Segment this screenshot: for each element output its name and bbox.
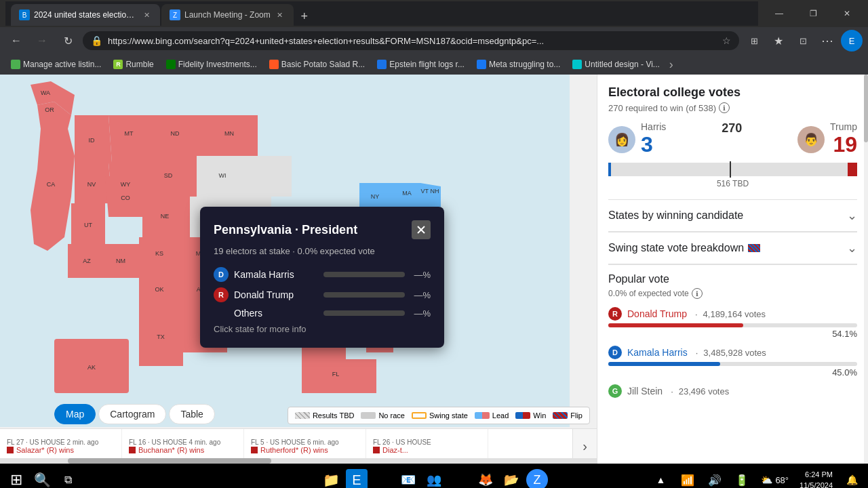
maximize-button[interactable]: ❐ [797, 3, 829, 24]
state-fl[interactable] [302, 359, 376, 393]
horizontal-scrollbar[interactable] [0, 458, 597, 464]
taskbar-zoom[interactable]: Z [526, 469, 548, 488]
state-ak[interactable] [54, 339, 129, 393]
state-popup: Pennsylvania · President 19 electors at … [200, 207, 444, 348]
bookmark-untitled[interactable]: Untitled design - Vi... [567, 58, 665, 70]
state-ks[interactable] [139, 237, 180, 271]
taskbar-dev[interactable]: ⚙ [449, 469, 471, 488]
state-ny[interactable] [359, 183, 393, 210]
tab-close-zoom[interactable]: ✕ [275, 9, 285, 20]
new-tab-button[interactable]: + [295, 7, 314, 26]
states-section-header[interactable]: States by winning candidate ⌄ [608, 199, 857, 231]
close-button[interactable]: ✕ [831, 3, 863, 24]
legend-results-tbd: Results TBD [295, 411, 355, 420]
right-panel-scrollbar-track[interactable] [864, 75, 868, 464]
trump-party-badge: R [214, 287, 229, 302]
state-mi-upper[interactable] [251, 156, 292, 197]
state-wi[interactable] [197, 156, 251, 197]
state-tx[interactable] [139, 308, 183, 366]
bookmark-epstein[interactable]: Epstein flight logs r... [372, 58, 470, 70]
legend-label-win: Win [533, 411, 546, 420]
edge-button[interactable]: E [841, 30, 863, 52]
tab-close-election[interactable]: ✕ [141, 9, 152, 20]
state-ma[interactable] [393, 183, 420, 210]
taskbar-teams[interactable]: 👥 [423, 469, 445, 488]
harris-pv-name[interactable]: Kamala Harris [627, 347, 688, 358]
state-co[interactable] [105, 176, 146, 217]
tab-election[interactable]: B 2024 united states election result... … [11, 4, 160, 26]
bookmark-potato[interactable]: Basic Potato Salad R... [264, 58, 370, 70]
extensions-button[interactable]: ⊞ [743, 30, 765, 52]
state-az[interactable] [68, 244, 105, 278]
star-icon[interactable]: ☆ [722, 35, 731, 46]
bookmark-rumble[interactable]: R Rumble [108, 58, 159, 70]
ticker-race-3: FL 26 · US HOUSE [373, 439, 481, 446]
bookmark-meta[interactable]: Meta struggling to... [471, 58, 566, 70]
state-nd[interactable] [149, 115, 203, 156]
taskview-button[interactable]: ⧉ [57, 469, 79, 488]
back-button[interactable]: ← [5, 30, 27, 52]
taskbar-firefox[interactable]: 🦊 [475, 469, 496, 488]
more-bookmarks-button[interactable]: › [667, 58, 676, 72]
start-button[interactable]: ⊞ [5, 469, 27, 488]
show-hidden-icons[interactable]: ▲ [650, 469, 671, 488]
state-mn[interactable] [203, 115, 258, 156]
swing-section-header[interactable]: Swing state vote breakdown ⌄ [608, 232, 857, 264]
state-ut[interactable] [71, 203, 105, 244]
trump-pv: R Donald Trump · 4,189,164 votes 54.1% [608, 307, 857, 339]
state-ne[interactable] [142, 197, 190, 237]
state-nm[interactable] [105, 244, 139, 278]
pv-info-icon[interactable]: ℹ [692, 288, 703, 299]
popup-close-button[interactable] [412, 220, 431, 239]
battery-icon[interactable]: 🔋 [731, 469, 753, 488]
tab-zoom[interactable]: Z Launch Meeting - Zoom ✕ [161, 4, 294, 26]
legend-label-flip: Flip [570, 411, 583, 420]
popular-vote-section: Popular vote 0.0% of expected vote ℹ R D… [608, 264, 857, 406]
bookmark-label-manage: Manage active listin... [23, 60, 101, 69]
taskbar-explorer[interactable]: 📁 [320, 469, 342, 488]
taskbar: ⊞ 🔍 ⧉ 📁 E 🛍 📧 👥 ⚙ 🦊 📂 Z ▲ 📶 🔊 🔋 ⛅ 68° 6:… [0, 464, 868, 488]
taskbar-mail[interactable]: 📧 [397, 469, 419, 488]
minimize-button[interactable]: — [764, 3, 795, 24]
jill-name: Jill Stein [627, 386, 663, 396]
taskbar-files[interactable]: 📂 [500, 469, 522, 488]
trump-pv-name[interactable]: Donald Trump [627, 308, 687, 319]
map-tab-map[interactable]: Map [54, 404, 96, 424]
clock-date[interactable]: 6:24 PM 11/5/2024 [797, 469, 835, 489]
scrollbar-thumb[interactable] [68, 458, 271, 464]
right-panel-scrollbar-thumb[interactable] [864, 75, 868, 142]
weather-widget[interactable]: ⛅ 68° [758, 474, 791, 485]
harris-pv-row: D Kamala Harris · 3,485,928 votes [608, 346, 857, 359]
volume-icon[interactable]: 🔊 [704, 469, 726, 488]
taskbar-store[interactable]: 🛍 [372, 469, 393, 488]
network-icon[interactable]: 📶 [677, 469, 698, 488]
forward-button[interactable]: → [31, 30, 53, 52]
state-ok[interactable] [139, 271, 180, 308]
bookmark-favicon-untitled [572, 60, 582, 69]
bookmark-manage[interactable]: Manage active listin... [5, 58, 106, 70]
state-vt-nh[interactable] [420, 183, 441, 207]
bookmark-favicon-rumble: R [113, 60, 123, 69]
ticker-result-0: Salazar* (R) wins [7, 446, 115, 454]
favorites-button[interactable]: ★ [768, 30, 789, 52]
ec-subtitle-text: 270 required to win (of 538) [608, 103, 716, 113]
ec-divider-270: 270 [722, 121, 742, 136]
weather-icon: ⛅ [761, 474, 772, 485]
bookmark-fidelity[interactable]: Fidelity Investments... [161, 58, 262, 70]
trump-pv-row: R Donald Trump · 4,189,164 votes [608, 307, 857, 321]
refresh-button[interactable]: ↻ [57, 30, 79, 52]
state-mt[interactable] [108, 115, 153, 163]
tab-favicon-zoom: Z [170, 9, 180, 20]
taskbar-edge[interactable]: E [346, 469, 368, 488]
more-button[interactable]: ⋯ [816, 30, 838, 52]
state-sd[interactable] [142, 156, 197, 197]
address-bar[interactable]: 🔒 https://www.bing.com/search?q=2024+uni… [83, 31, 739, 50]
map-area[interactable]: CA OR WA ID MT NV WY UT CO AZ NM ND MN S… [0, 75, 597, 464]
ec-info-icon[interactable]: ℹ [719, 102, 730, 113]
state-id[interactable] [75, 115, 112, 163]
collections-button[interactable]: ⊡ [792, 30, 814, 52]
search-button[interactable]: 🔍 [31, 469, 53, 488]
map-tab-table[interactable]: Table [169, 404, 214, 424]
map-tab-cartogram[interactable]: Cartogram [98, 404, 166, 424]
notifications-button[interactable]: 🔔 [841, 469, 863, 488]
